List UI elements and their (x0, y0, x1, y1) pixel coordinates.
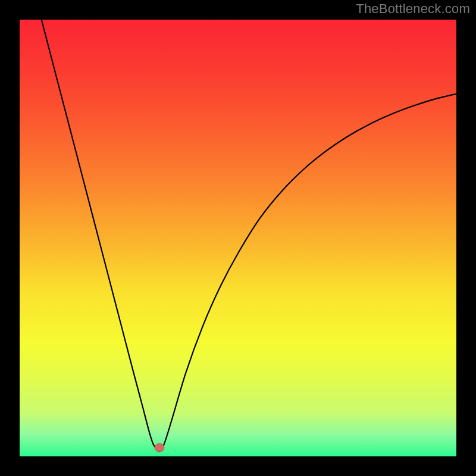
optimal-point-marker (155, 443, 164, 452)
chart-frame: TheBottleneck.com (0, 0, 476, 476)
watermark-text: TheBottleneck.com (356, 1, 470, 17)
plot-background (20, 20, 456, 456)
bottleneck-chart (20, 20, 456, 456)
